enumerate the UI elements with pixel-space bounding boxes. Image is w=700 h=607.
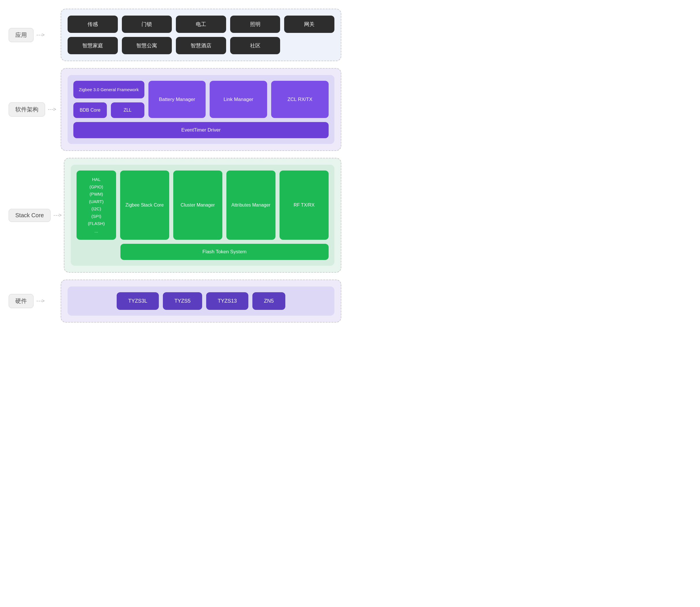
hw-zn5: ZN5 [253,292,285,310]
app-item-gateway: 网关 [284,16,334,33]
stack-arrow: - - -> [54,212,61,218]
stack-content: HAL (GPIO) (PWM) (UART) (I2C) (SPI) (FLA… [64,158,341,273]
rf-btn: RF TX/RX [280,170,328,240]
flash-token-btn: Flash Token System [120,244,328,260]
hardware-label: 硬件 [9,294,34,308]
bdb-btn: BDB Core [73,102,107,118]
hw-tyzs5: TYZS5 [163,292,202,310]
app-item-sensor: 传感 [67,16,118,33]
app-item-community: 社区 [230,37,280,54]
app-content: 传感 门锁 电工 照明 网关 智慧家庭 智慧公寓 智慧酒店 社区 [61,9,341,61]
app-item-smarthome: 智慧家庭 [67,37,118,54]
cluster-manager-btn: Cluster Manager [173,170,222,240]
hardware-layer: 硬件 - - -> TYZS3L TYZS5 TYZS13 ZN5 [9,279,341,322]
stack-label-wrapper: Stack Core - - -> [9,209,64,222]
hal-btn: HAL (GPIO) (PWM) (UART) (I2C) (SPI) (FLA… [77,170,116,240]
app-item-lighting: 照明 [230,16,280,33]
software-layer: 软件架构 - - -> Zigbee 3.0 General Framework… [9,68,341,151]
software-left-col: Zigbee 3.0 General Framework BDB Core ZL… [73,81,144,118]
app-item-apartment: 智慧公寓 [122,37,172,54]
attributes-manager-btn: Attributes Manager [226,170,276,240]
stack-row2: Flash Token System [77,244,328,260]
app-arrow: - - -> [36,32,44,38]
zigbee-stack-btn: Zigbee Stack Core [120,170,169,240]
app-label-wrapper: 应用 - - -> [9,28,61,42]
stack-inner: HAL (GPIO) (PWM) (UART) (I2C) (SPI) (FLA… [71,165,334,266]
software-main-area: Zigbee 3.0 General Framework BDB Core ZL… [73,81,328,118]
app-label: 应用 [9,28,34,42]
framework-btn: Zigbee 3.0 General Framework [73,81,144,98]
hw-tyzs3l: TYZS3L [117,292,159,310]
stack-label: Stack Core [9,209,51,222]
software-label-wrapper: 软件架构 - - -> [9,102,61,117]
hardware-inner: TYZS3L TYZS5 TYZS13 ZN5 [67,287,334,316]
app-item-lock: 门锁 [122,16,172,33]
hardware-content: TYZS3L TYZS5 TYZS13 ZN5 [61,279,341,322]
link-manager-btn: Link Manager [209,81,267,118]
hardware-label-wrapper: 硬件 - - -> [9,294,61,308]
zll-btn: ZLL [111,102,144,118]
software-arrow: - - -> [48,106,56,112]
zcl-btn: ZCL RX/TX [271,81,328,118]
software-label: 软件架构 [9,102,45,117]
app-item-hotel: 智慧酒店 [176,37,226,54]
app-layer: 应用 - - -> 传感 门锁 电工 照明 网关 智慧家庭 智慧公寓 智慧酒店 … [9,9,341,61]
hardware-arrow: - - -> [36,298,44,304]
stack-layer: Stack Core - - -> HAL (GPIO) (PWM) (UART… [9,158,341,273]
hw-tyzs13: TYZS13 [206,292,248,310]
app-item-electric: 电工 [176,16,226,33]
architecture-diagram: 应用 - - -> 传感 门锁 电工 照明 网关 智慧家庭 智慧公寓 智慧酒店 … [9,9,341,322]
stack-row1: HAL (GPIO) (PWM) (UART) (I2C) (SPI) (FLA… [77,170,328,240]
event-timer-btn: EventTimer Driver [73,122,328,138]
software-inner: Zigbee 3.0 General Framework BDB Core ZL… [67,75,334,144]
software-content: Zigbee 3.0 General Framework BDB Core ZL… [61,68,341,151]
battery-manager-btn: Battery Manager [148,81,206,118]
